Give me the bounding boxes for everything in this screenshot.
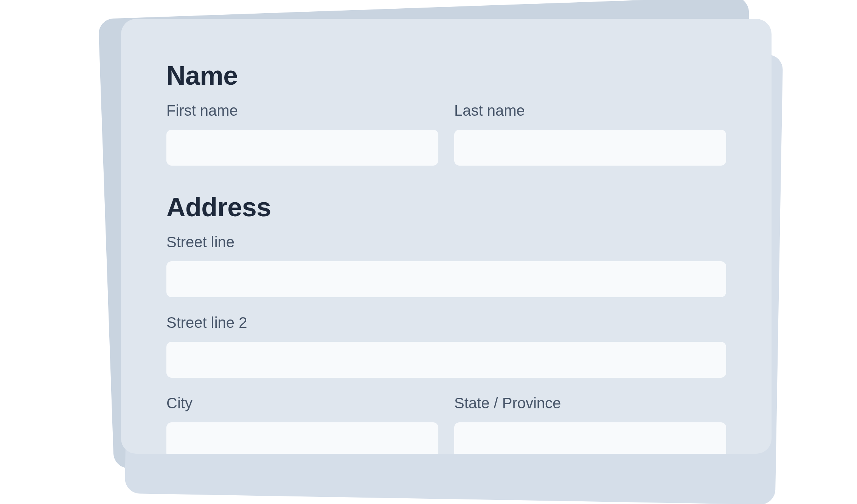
- form-card-stack: Name First name Last name Address Street…: [106, 8, 756, 492]
- street-line-field: Street line: [166, 234, 726, 297]
- last-name-field: Last name: [454, 102, 726, 166]
- section-divider: [166, 185, 726, 192]
- last-name-label: Last name: [454, 102, 726, 119]
- city-field: City: [166, 395, 438, 454]
- state-field: State / Province: [454, 395, 726, 454]
- state-label: State / Province: [454, 395, 726, 412]
- first-name-label: First name: [166, 102, 438, 119]
- first-name-input[interactable]: [166, 130, 438, 166]
- state-input[interactable]: [454, 422, 726, 454]
- name-section-heading: Name: [166, 60, 726, 91]
- address-section-heading: Address: [166, 192, 726, 222]
- last-name-input[interactable]: [454, 130, 726, 166]
- name-row: First name Last name: [166, 102, 726, 166]
- street-line-2-label: Street line 2: [166, 314, 726, 331]
- street-line-label: Street line: [166, 234, 726, 251]
- form-card: Name First name Last name Address Street…: [121, 19, 772, 454]
- street-line-2-field: Street line 2: [166, 314, 726, 378]
- city-label: City: [166, 395, 438, 412]
- street-line-input[interactable]: [166, 261, 726, 297]
- first-name-field: First name: [166, 102, 438, 166]
- city-state-row: City State / Province: [166, 395, 726, 454]
- street-line-2-input[interactable]: [166, 342, 726, 378]
- city-input[interactable]: [166, 422, 438, 454]
